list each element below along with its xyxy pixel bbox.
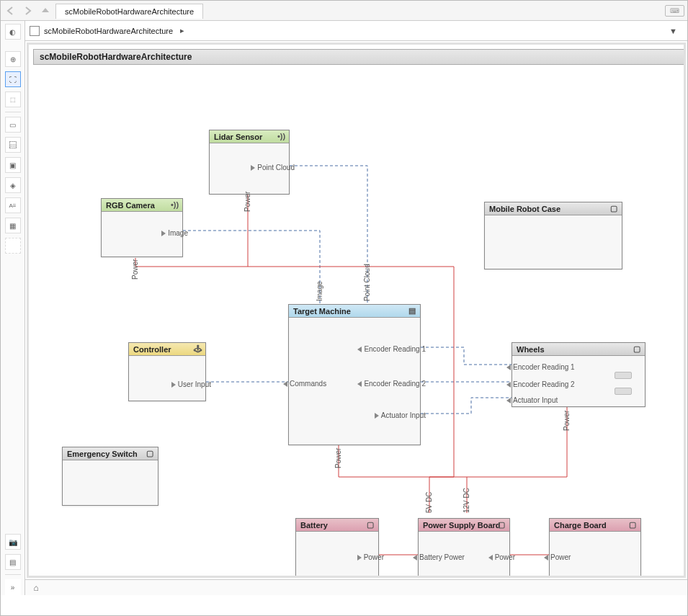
- port-label: Power: [364, 553, 384, 561]
- square-icon: ▢: [610, 204, 619, 213]
- block-mobile-robot-case[interactable]: Mobile Robot Case▢: [484, 202, 622, 269]
- square-icon: ▢: [633, 344, 642, 353]
- block-title: Controller: [133, 345, 171, 354]
- block-header: Power Supply Board▢: [419, 519, 509, 532]
- port-label: Battery Power: [419, 553, 465, 561]
- port-power[interactable]: Power: [357, 553, 384, 561]
- block-lidar-sensor[interactable]: Lidar Sensor•)) Point Cloud: [209, 130, 290, 195]
- port-encoder-1[interactable]: Encoder Reading 1: [506, 363, 575, 371]
- document-tab[interactable]: scMobileRobotHardwareArchitecture: [55, 4, 203, 19]
- view-grouped-button[interactable]: ⿳: [5, 137, 21, 153]
- port-label: Power: [550, 553, 571, 561]
- keyboard-icon: ⌨: [665, 5, 684, 17]
- port-label: Encoder Reading 1: [364, 345, 426, 353]
- screenshot-button[interactable]: ▤: [5, 554, 21, 570]
- port-label: Actuator Input: [513, 396, 558, 404]
- block-battery[interactable]: Battery▢ Power: [295, 518, 379, 577]
- block-power-supply-board[interactable]: Power Supply Board▢ Battery Power Power: [418, 518, 510, 577]
- block-header: Battery▢: [296, 519, 378, 532]
- port-label: Point Cloud: [257, 164, 295, 171]
- zoom-normal-button[interactable]: ⬚: [5, 91, 21, 107]
- port-label: Commands: [290, 380, 326, 388]
- tab-label: scMobileRobotHardwareArchitecture: [65, 7, 194, 16]
- view-dropdown[interactable]: ▼: [669, 27, 677, 35]
- fit-view-button[interactable]: ⛶: [5, 71, 21, 87]
- port-power[interactable]: Power: [484, 553, 515, 561]
- annotations-button[interactable]: A≡: [5, 197, 21, 213]
- chip-icon: ▤: [408, 306, 417, 315]
- block-header: Emergency Switch▢: [63, 447, 158, 460]
- chevron-right-icon: ▸: [180, 26, 184, 35]
- nav-forward-button[interactable]: [21, 4, 35, 18]
- view-top-button[interactable]: ▭: [5, 117, 21, 133]
- wheel-icon: [615, 388, 632, 395]
- block-header: Wheels▢: [512, 343, 645, 356]
- port-commands[interactable]: Commands: [283, 380, 326, 388]
- port-encoder-2[interactable]: Encoder Reading 2: [353, 380, 426, 388]
- canvas-title: scMobileRobotHardwareArchitecture: [40, 52, 192, 62]
- port-point-cloud[interactable]: Point Cloud: [251, 164, 295, 171]
- block-header: Controller🕹: [129, 343, 205, 356]
- diagram-canvas[interactable]: scMobileRobotHardwareArchitecture: [27, 43, 686, 578]
- block-target-machine[interactable]: Target Machine▤ Commands Encoder Reading…: [288, 304, 421, 445]
- zoom-in-button[interactable]: ⊕: [5, 51, 21, 67]
- joystick-icon: 🕹: [194, 344, 202, 353]
- footer-bar: ⌂: [25, 579, 687, 595]
- breadcrumb-root[interactable]: scMobileRobotHardwareArchitecture: [44, 27, 173, 35]
- image-tool-button[interactable]: ▦: [5, 218, 21, 233]
- square-icon: ▢: [498, 520, 506, 529]
- expand-button[interactable]: »: [5, 579, 21, 595]
- wheel-icon: [615, 372, 632, 379]
- port-label: Encoder Reading 1: [513, 363, 575, 371]
- square-icon: ▢: [629, 520, 638, 529]
- label-image: Image: [316, 281, 323, 301]
- label-power: Power: [563, 411, 571, 431]
- block-header: Mobile Robot Case▢: [485, 202, 622, 215]
- port-label: Image: [168, 229, 188, 237]
- block-controller[interactable]: Controller🕹 User Input: [128, 342, 206, 401]
- port-encoder-2[interactable]: Encoder Reading 2: [506, 380, 575, 388]
- block-wheels[interactable]: Wheels▢ Encoder Reading 1 Encoder Readin…: [511, 342, 645, 407]
- signal-icon: •)): [277, 132, 286, 140]
- port-actuator[interactable]: Actuator Input: [506, 396, 558, 404]
- block-title: RGB Camera: [106, 201, 155, 210]
- port-label: Encoder Reading 2: [513, 380, 575, 388]
- hierarchy-button[interactable]: ⌂: [30, 581, 43, 594]
- block-title: Lidar Sensor: [214, 133, 262, 141]
- port-power[interactable]: Power: [544, 553, 571, 561]
- port-encoder-1[interactable]: Encoder Reading 1: [353, 345, 426, 353]
- label-5v: 5V DC: [425, 492, 433, 513]
- breadcrumb-bar: scMobileRobotHardwareArchitecture ▸ ▼: [25, 21, 687, 41]
- port-label: Actuator Input: [381, 411, 426, 419]
- blank-tool-button[interactable]: [5, 238, 21, 254]
- block-header: Lidar Sensor•)): [210, 130, 289, 143]
- view-nested-button[interactable]: ▣: [5, 157, 21, 173]
- block-title: Power Supply Board: [423, 521, 501, 530]
- nav-up-button[interactable]: [38, 4, 53, 18]
- block-title: Battery: [300, 521, 328, 530]
- top-toolbar: scMobileRobotHardwareArchitecture ⌨: [1, 1, 687, 21]
- port-actuator[interactable]: Actuator Input: [375, 411, 426, 419]
- block-title: Mobile Robot Case: [489, 205, 560, 213]
- nav-back-button[interactable]: [4, 4, 18, 18]
- signal-icon: •)): [171, 200, 179, 209]
- label-power: Power: [334, 448, 342, 468]
- block-header: Charge Board▢: [550, 519, 640, 532]
- block-title: Target Machine: [293, 307, 351, 316]
- port-battery-power[interactable]: Battery Power: [413, 553, 465, 561]
- port-user-input[interactable]: User Input: [171, 380, 211, 388]
- square-icon: ▢: [146, 449, 155, 457]
- block-emergency-switch[interactable]: Emergency Switch▢: [62, 447, 158, 506]
- block-charge-board[interactable]: Charge Board▢ Power: [549, 518, 641, 577]
- block-title: Wheels: [517, 345, 545, 354]
- hide-browser-button[interactable]: ◐: [5, 24, 21, 40]
- port-label: Encoder Reading 2: [364, 380, 426, 388]
- canvas-title-bar: scMobileRobotHardwareArchitecture: [33, 49, 686, 65]
- label-power: Power: [244, 192, 251, 212]
- port-image[interactable]: Image: [161, 229, 188, 237]
- block-rgb-camera[interactable]: RGB Camera•)) Image: [101, 198, 183, 257]
- port-label: Power: [495, 553, 515, 561]
- camera-button[interactable]: 📷: [5, 534, 21, 550]
- view-data-button[interactable]: ◈: [5, 177, 21, 193]
- label-power: Power: [131, 259, 139, 280]
